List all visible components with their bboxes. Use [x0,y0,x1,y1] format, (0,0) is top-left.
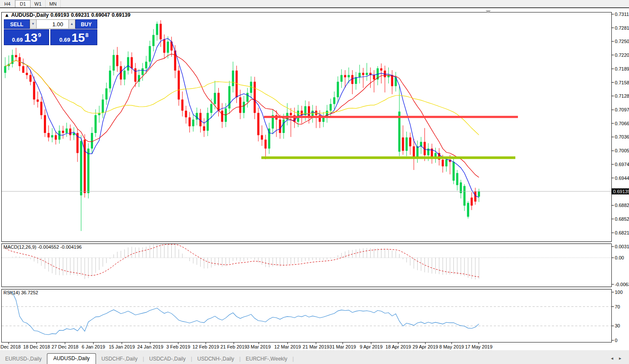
date-axis-label: 31 Mar 2019 [329,344,356,349]
price-scale-label: 0.71280 [615,93,629,99]
sell-button[interactable]: SELL [4,19,30,29]
price-scale-label: 0.72505 [615,39,629,44]
sell-price-panel[interactable]: 0.69 13 9 [4,29,49,45]
ohlc-high: 0.69231 [71,12,90,18]
sell-price-prefix: 0.69 [12,37,23,43]
price-scale-label: 0.73115 [615,12,629,17]
volume-decrease-icon[interactable]: ▼ [30,19,37,29]
price-scale-label: 0.72810 [615,25,629,31]
date-axis-label: 27 Dec 2018 [52,344,78,349]
macd-scale-label: -0.006317 [615,282,629,287]
buy-price-panel[interactable]: 0.69 15 8 [50,29,97,45]
macd-histogram [5,244,479,279]
price-scale-label: 0.70360 [615,134,629,139]
current-price-badge-text: 0.69139 [613,189,629,194]
sell-price-pip: 9 [38,32,41,38]
price-scale-label: 0.71585 [615,80,629,85]
date-axis-label: 8 May 2019 [439,344,464,349]
rsi-indicator-label: RSI(14) 36.7252 [3,290,38,295]
date-axis-label: 24 Jan 2019 [137,344,164,349]
rsi-line [9,292,479,335]
date-axis-label: 17 May 2019 [465,344,493,349]
date-axis-label: 12 Mar 2019 [274,344,301,349]
date-axis-label: 6 Jan 2019 [82,344,105,349]
pane-separator [1,242,611,244]
price-scale-label: 0.70050 [615,148,629,153]
price-scale-label: 0.72200 [615,52,629,58]
mt4-window: { "toolbar": { "timeframes": [ {"label":… [0,0,629,364]
macd-indicator-label: MACD(12,26,9) -0.004552 -0.004196 [3,244,82,250]
rsi-scale-label: 70 [615,304,620,309]
main-chart-pane-border [2,12,612,242]
ma-line-34 [5,61,479,135]
symbol-name: AUDUSD-,Daily [11,12,49,18]
volume-increase-icon[interactable]: ▲ [68,19,75,29]
price-scale-label: 0.68520 [615,216,629,222]
buy-button[interactable]: BUY [75,19,97,29]
date-axis-label: 21 Feb 2019 [220,344,247,349]
buy-price-prefix: 0.69 [59,37,70,43]
ohlc-low: 0.69047 [91,12,110,18]
price-scale-label: 0.71890 [615,66,629,71]
macd-scale-label: 0.003164 [615,244,629,249]
rsi-scale-label: 100 [615,290,623,295]
ohlc-open: 0.69193 [50,12,69,18]
scroll-to-end-icon[interactable] [486,10,491,13]
date-axis-label: 9 Dec 2018 [0,344,21,349]
price-scale-label: 0.68210 [615,230,629,235]
price-scale-label: 0.70970 [615,107,629,112]
ohlc-close: 0.69139 [112,12,130,18]
macd-scale-label: 0.00 [615,255,624,260]
price-scale-label: 0.70665 [615,121,629,126]
one-click-trading-widget: SELL ▼ ▲ BUY 0.69 13 9 0.69 15 8 [4,19,97,45]
date-axis-label: 15 Jan 2019 [109,344,135,349]
chart-ohlc-header: ▲AUDUSD-,Daily0.691930.692310.690470.691… [4,12,132,18]
date-axis-label: 3 Mar 2019 [247,344,271,349]
date-axis-label: 18 Dec 2018 [23,344,50,349]
chart-canvas: 0.691390.731150.728100.725050.722000.718… [0,0,629,364]
price-scale-label: 0.69745 [615,162,629,167]
price-scale-label: 0.69440 [615,176,629,181]
buy-price-pip: 8 [85,32,88,38]
price-scale-label: 0.68825 [615,203,629,208]
date-axis-label: 21 Mar 2019 [303,344,329,349]
date-axis-label: 3 Feb 2019 [166,344,190,349]
symbol-marker-icon: ▲ [4,12,9,18]
macd-pane-border [2,244,612,287]
date-axis-label: 18 Apr 2019 [385,344,411,349]
date-axis-label: 12 Feb 2019 [192,344,219,349]
date-axis-label: 9 Apr 2019 [359,344,382,349]
sell-price-big: 13 [24,31,37,44]
rsi-scale-label: 30 [615,323,620,328]
buy-price-big: 15 [71,31,85,44]
rsi-scale-label: 0 [615,338,617,343]
pane-separator [1,287,611,289]
volume-input[interactable] [37,19,68,29]
date-axis-label: 29 Apr 2019 [412,344,438,349]
